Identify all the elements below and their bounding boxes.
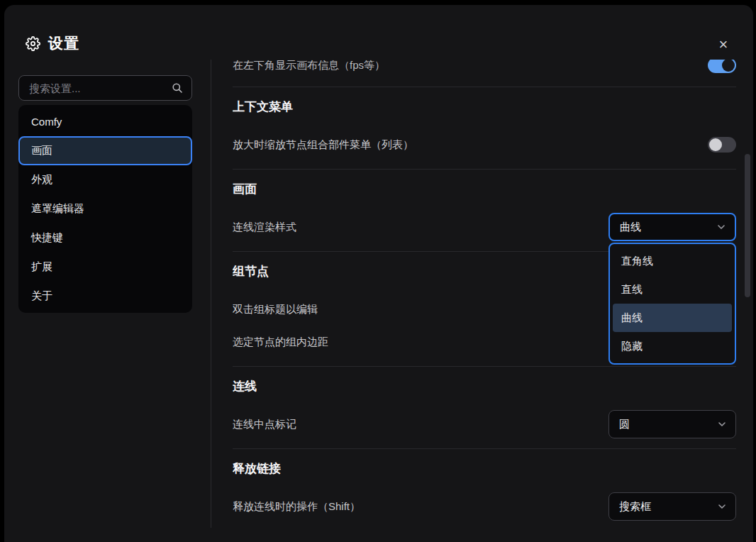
sidebar-item-extensions[interactable]: 扩展 [18, 253, 192, 282]
chevron-down-icon [717, 419, 727, 429]
chevron-down-icon [716, 222, 726, 232]
section-title: 上下文菜单 [233, 99, 736, 115]
chevron-down-icon [717, 502, 727, 511]
link-render-mode-dropdown: 直角线 直线 曲线 隐藏 [608, 243, 736, 365]
section-title: 画面 [233, 181, 736, 197]
setting-label: 放大时缩放节点组合部件菜单（列表） [233, 138, 413, 152]
setting-label: 释放连线时的操作（Shift） [233, 500, 360, 514]
setting-label: 连线渲染样式 [233, 221, 296, 234]
section-release-link: 释放链接 释放连线时的操作（Shift） 搜索框 [233, 448, 736, 523]
section-title: 释放链接 [233, 460, 736, 477]
sidebar-item-about[interactable]: 关于 [18, 282, 192, 311]
toggle-knob [722, 60, 735, 72]
section-context-menu: 上下文菜单 放大时缩放节点组合部件菜单（列表） [233, 87, 736, 169]
sidebar-item-mask-editor[interactable]: 遮罩编辑器 [18, 194, 192, 223]
dialog-header: 设置 [26, 33, 79, 53]
settings-dialog: 设置 × Comfy 画面 外观 遮罩编辑器 快捷键 扩展 关于 在左下角显示画… [4, 5, 753, 542]
option-curve[interactable]: 曲线 [613, 304, 732, 332]
toggle-knob [709, 138, 722, 151]
setting-label: 双击组标题以编辑 [233, 303, 318, 316]
setting-label: 选定节点的组内边距 [233, 336, 328, 349]
vertical-scrollbar-thumb[interactable] [745, 154, 750, 297]
setting-row-canvas-info: 在左下角显示画布信息（fps等） [233, 60, 736, 87]
close-icon: × [719, 37, 728, 52]
release-action-select[interactable]: 搜索框 [608, 492, 736, 521]
section-canvas: 画面 连线渲染样式 曲线 [233, 169, 736, 251]
setting-row-link-midpoint: 连线中点标记 圆 [233, 410, 736, 438]
widget-menu-toggle[interactable] [708, 137, 736, 153]
section-title: 连线 [233, 378, 736, 394]
option-right-angle[interactable]: 直角线 [613, 247, 732, 275]
setting-row-widget-menu: 放大时缩放节点组合部件菜单（列表） [233, 131, 736, 159]
option-hidden[interactable]: 隐藏 [613, 332, 732, 360]
settings-category-list: Comfy 画面 外观 遮罩编辑器 快捷键 扩展 关于 [18, 105, 192, 313]
setting-row-link-render-mode: 连线渲染样式 曲线 [233, 213, 736, 241]
link-render-mode-select[interactable]: 曲线 [608, 213, 736, 241]
search-input[interactable] [28, 82, 172, 95]
gear-icon [26, 36, 40, 51]
setting-row-release-action: 释放连线时的操作（Shift） 搜索框 [233, 492, 736, 521]
sidebar-item-comfy[interactable]: Comfy [18, 107, 192, 136]
search-icon [172, 82, 183, 94]
link-midpoint-select[interactable]: 圆 [608, 410, 736, 438]
setting-label: 连线中点标记 [233, 418, 296, 431]
option-straight[interactable]: 直线 [613, 275, 732, 304]
sidebar-item-hotkeys[interactable]: 快捷键 [18, 223, 192, 253]
dialog-title: 设置 [48, 33, 79, 53]
sidebar-item-canvas[interactable]: 画面 [18, 136, 192, 165]
sidebar-item-appearance[interactable]: 外观 [18, 165, 192, 194]
close-button[interactable]: × [713, 35, 733, 55]
canvas-info-toggle[interactable] [708, 60, 736, 73]
settings-search-box[interactable] [18, 75, 192, 101]
setting-label: 在左下角显示画布信息（fps等） [233, 60, 385, 72]
section-links: 连线 连线中点标记 圆 [233, 366, 736, 448]
